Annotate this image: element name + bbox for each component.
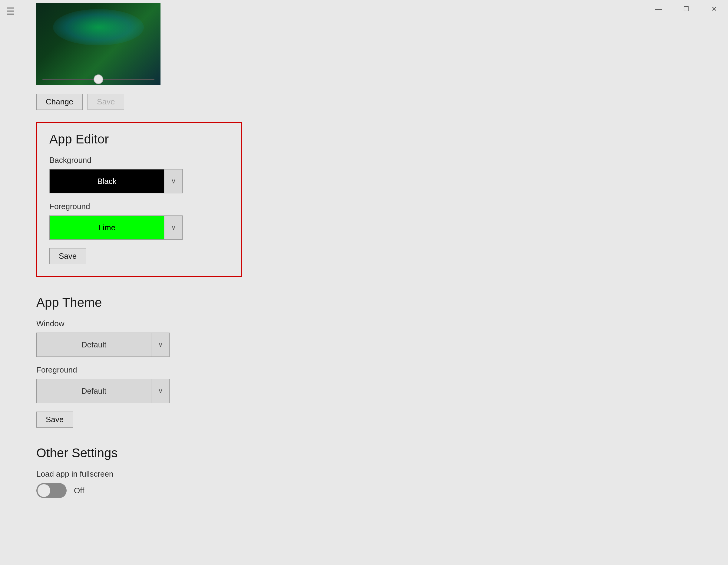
app-editor-section: App Editor Background Black ∨ Foreground… (36, 122, 242, 277)
change-button[interactable]: Change (36, 94, 83, 110)
fullscreen-toggle[interactable] (36, 483, 67, 498)
window-label: Window (36, 319, 710, 328)
theme-foreground-select[interactable]: Default ∨ (36, 379, 170, 403)
foreground-color-select[interactable]: Lime ∨ (49, 216, 183, 240)
brightness-slider-thumb[interactable] (94, 74, 103, 84)
toggle-state-label: Off (74, 486, 84, 495)
window: — ☐ ✕ ☰ Change Save App Ed (0, 0, 728, 565)
toggle-row: Off (36, 483, 710, 498)
background-color-swatch: Black (50, 170, 164, 193)
other-settings-section: Other Settings Load app in fullscreen Of… (36, 446, 710, 498)
fullscreen-label: Load app in fullscreen (36, 469, 710, 479)
app-editor-title: App Editor (49, 132, 229, 147)
theme-foreground-label: Foreground (36, 365, 710, 375)
toggle-knob (38, 484, 50, 497)
background-dropdown-arrow[interactable]: ∨ (164, 170, 182, 193)
window-dropdown-arrow[interactable]: ∨ (151, 333, 169, 356)
foreground-color-swatch: Lime (50, 216, 164, 240)
wallpaper-buttons: Change Save (36, 94, 710, 110)
other-settings-title: Other Settings (36, 446, 710, 460)
wallpaper-save-button[interactable]: Save (88, 94, 124, 110)
wallpaper-preview (36, 3, 160, 85)
hamburger-icon[interactable]: ☰ (6, 5, 15, 17)
aurora-decoration (53, 9, 144, 45)
brightness-slider-container (36, 79, 160, 80)
main-content: Change Save App Editor Background Black … (18, 0, 728, 565)
background-color-select[interactable]: Black ∨ (49, 169, 183, 193)
app-theme-title: App Theme (36, 295, 710, 310)
app-theme-section: App Theme Window Default ∨ Foreground De… (36, 295, 710, 428)
foreground-label: Foreground (49, 202, 229, 211)
window-select[interactable]: Default ∨ (36, 332, 170, 357)
app-theme-save-button[interactable]: Save (36, 411, 73, 428)
theme-foreground-value: Default (37, 379, 151, 403)
foreground-dropdown-arrow[interactable]: ∨ (164, 216, 182, 240)
app-editor-save-button[interactable]: Save (49, 248, 86, 264)
window-value: Default (37, 333, 151, 356)
background-label: Background (49, 156, 229, 165)
theme-foreground-dropdown-arrow[interactable]: ∨ (151, 379, 169, 403)
brightness-slider-track[interactable] (42, 79, 154, 80)
